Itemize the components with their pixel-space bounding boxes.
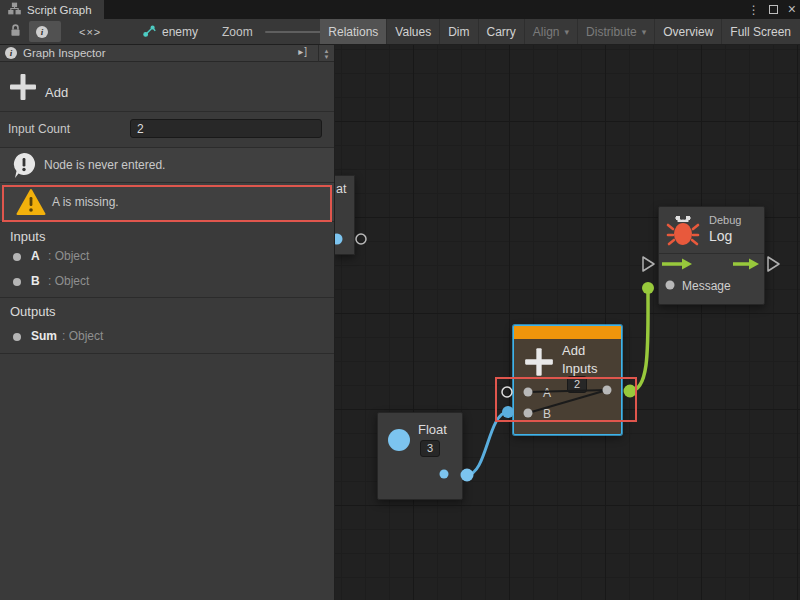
input-port-row-b: B : Object: [0, 274, 334, 290]
bug-icon: [666, 213, 700, 252]
node-title-line1: Add: [562, 343, 621, 358]
input-count-field[interactable]: [130, 119, 322, 138]
float-type-icon: [388, 429, 410, 451]
view-code-button[interactable]: <×>: [79, 26, 101, 38]
output-port-row-sum: Sum : Object: [0, 329, 334, 345]
input-port-row-a: A : Object: [0, 249, 334, 265]
port-circle-empty-a[interactable]: [502, 387, 512, 397]
inspector-toggle-button[interactable]: i: [29, 21, 61, 42]
port-type: : Object: [48, 274, 89, 288]
input-count-badge[interactable]: 2: [567, 376, 587, 393]
distribute-label: Distribute: [586, 25, 637, 39]
value-wire-sum-to-message[interactable]: [630, 288, 648, 391]
tab-script-graph[interactable]: Script Graph: [0, 0, 104, 19]
align-dropdown[interactable]: Align▾: [524, 19, 577, 44]
node-partial-hidden[interactable]: at: [335, 175, 355, 255]
align-label: Align: [533, 25, 560, 39]
section-divider: [0, 297, 334, 298]
graph-inspector-panel: i Graph Inspector ▸] ▲▼ Add Input Count …: [0, 45, 335, 600]
speech-bubble-icon: [11, 152, 37, 183]
chevron-down-icon: ▾: [642, 27, 647, 37]
dim-button[interactable]: Dim: [439, 19, 477, 44]
inputs-heading: Inputs: [10, 229, 45, 244]
node-title-line2: Inputs: [562, 361, 597, 376]
node-subtitle: Debug: [709, 214, 741, 226]
node-float-literal[interactable]: Float 3: [377, 412, 463, 500]
wire-end-dot[interactable]: [642, 282, 654, 294]
values-button[interactable]: Values: [386, 19, 439, 44]
relations-button[interactable]: Relations: [320, 19, 386, 44]
graph-toolbar: i <×> enemy Zoom 1x Relations Values Dim…: [0, 19, 800, 45]
chevron-down-icon: ▾: [565, 27, 570, 37]
node-add-inputs-selected[interactable]: Add Inputs2 A B: [513, 325, 622, 435]
distribute-dropdown[interactable]: Distribute▾: [577, 19, 654, 44]
flow-port-out-triangle[interactable]: [768, 257, 779, 271]
node-debug-log[interactable]: Debug Log Message: [658, 206, 765, 305]
inspector-title: Graph Inspector: [23, 47, 105, 59]
input-count-label: Input Count: [8, 122, 70, 136]
fullscreen-button[interactable]: Full Screen: [721, 19, 799, 44]
outputs-heading: Outputs: [10, 304, 56, 319]
selected-node-title: Add: [45, 85, 68, 100]
wires-overlay: [335, 45, 800, 600]
graph-name-label: enemy: [162, 25, 198, 39]
value-wire-float-to-b[interactable]: [467, 412, 508, 475]
selected-node-summary: Add: [0, 62, 334, 112]
info-icon: i: [36, 26, 48, 38]
dock-panel-icon[interactable]: ▸]: [298, 46, 308, 57]
graph-breadcrumb-enemy[interactable]: enemy: [130, 19, 210, 44]
maximize-icon[interactable]: [769, 5, 778, 14]
float-value-badge[interactable]: 3: [420, 440, 440, 457]
port-dot-icon: [13, 253, 21, 261]
carry-button[interactable]: Carry: [478, 19, 524, 44]
port-type: : Object: [62, 329, 103, 343]
port-label-b[interactable]: B: [543, 407, 551, 421]
port-label-message[interactable]: Message: [682, 279, 731, 293]
port-name: Sum: [31, 329, 57, 343]
warning-message-row: A is missing.: [0, 183, 334, 222]
info-icon: i: [5, 47, 17, 59]
port-label-a[interactable]: A: [543, 386, 551, 400]
port-dot-icon: [13, 333, 21, 341]
graph-asset-icon: [143, 24, 157, 40]
tab-label: Script Graph: [27, 4, 92, 16]
node-title: Log: [709, 228, 741, 244]
panel-scrubber[interactable]: ▲▼: [318, 45, 334, 62]
flow-port-in-triangle[interactable]: [643, 257, 654, 271]
graph-canvas[interactable]: at Float 3 Add Inputs2 A B: [335, 45, 800, 600]
input-count-row: Input Count: [0, 112, 334, 148]
plus-icon: [8, 72, 38, 105]
overview-button[interactable]: Overview: [654, 19, 721, 44]
lock-icon: [9, 23, 22, 40]
info-message-row: Node is never entered.: [0, 148, 334, 183]
node-title-fragment: at: [336, 182, 346, 196]
info-message-text: Node is never entered.: [44, 158, 165, 172]
port-sum-connected[interactable]: [624, 385, 637, 398]
scrub-down-icon: ▼: [324, 54, 330, 60]
warning-message-text: A is missing.: [52, 195, 119, 209]
section-divider: [0, 353, 334, 354]
port-name: A: [31, 249, 40, 263]
node-divider: [659, 253, 764, 254]
script-graph-icon: [8, 2, 21, 17]
window-titlebar: Script Graph ⋮ ×: [0, 0, 800, 19]
node-header-accent: [514, 326, 621, 339]
port-dot-icon: [13, 278, 21, 286]
port-type: : Object: [48, 249, 89, 263]
inspector-header: i Graph Inspector ▸] ▲▼: [0, 45, 334, 62]
port-name: B: [31, 274, 40, 288]
lock-button[interactable]: [2, 21, 29, 42]
plus-icon: [523, 346, 555, 381]
port-circle-empty[interactable]: [356, 234, 366, 244]
warning-triangle-icon: [16, 188, 46, 220]
node-title: Float: [418, 422, 447, 437]
window-menu-icon[interactable]: ⋮: [748, 3, 759, 17]
zoom-label: Zoom: [222, 25, 253, 39]
close-icon[interactable]: ×: [788, 5, 796, 14]
